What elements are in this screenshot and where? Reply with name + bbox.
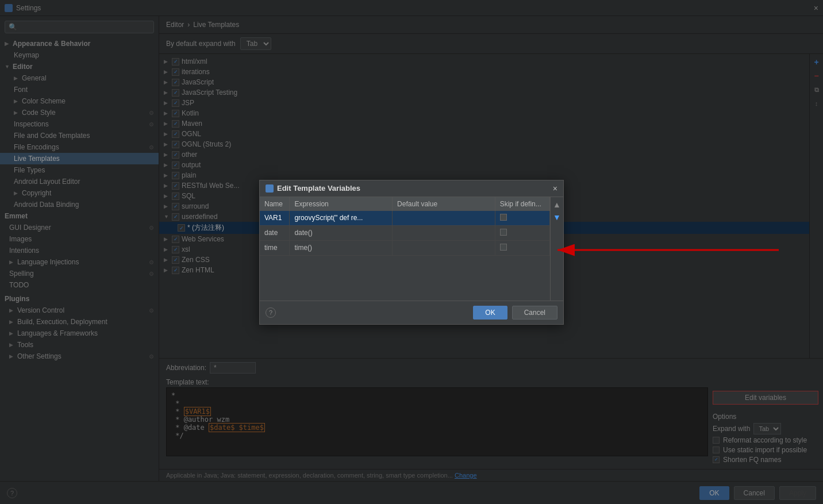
cell-default-value	[393, 225, 495, 240]
col-expression: Expression	[290, 197, 393, 211]
move-up-button[interactable]: ▲	[552, 199, 562, 210]
modal-ok-button[interactable]: OK	[473, 306, 507, 320]
modal-title-text: Edit Template Variables	[277, 184, 360, 193]
table-row[interactable]: date date()	[260, 225, 550, 240]
col-skip-if-defin: Skip if defin...	[495, 197, 549, 211]
skip-checkbox-time[interactable]	[500, 244, 507, 251]
cell-name: date	[260, 225, 290, 240]
cell-skip[interactable]	[495, 240, 549, 255]
modal-title-left: Edit Template Variables	[266, 184, 360, 193]
skip-checkbox-var1[interactable]	[500, 214, 507, 221]
modal-overlay: Edit Template Variables × Name Expressio…	[0, 0, 823, 504]
modal-close-button[interactable]: ×	[553, 184, 557, 193]
cell-name: time	[260, 240, 290, 255]
cell-default-value[interactable]	[393, 211, 495, 226]
modal-table-wrapper: Name Expression Default value Skip if de…	[260, 197, 563, 301]
modal-cancel-button[interactable]: Cancel	[512, 306, 557, 320]
table-row[interactable]: VAR1	[260, 211, 550, 226]
cell-expression: time()	[290, 240, 393, 255]
variables-table: Name Expression Default value Skip if de…	[260, 197, 550, 256]
cell-expression[interactable]	[290, 211, 393, 226]
skip-checkbox-date[interactable]	[500, 229, 507, 236]
modal-footer-actions: OK Cancel	[473, 306, 557, 320]
move-down-button[interactable]: ▼	[552, 212, 562, 222]
modal-table-scroll: Name Expression Default value Skip if de…	[260, 197, 550, 301]
edit-template-variables-modal: Edit Template Variables × Name Expressio…	[259, 180, 564, 325]
modal-row-actions: ▲ ▼	[550, 197, 563, 301]
cell-default-value	[393, 240, 495, 255]
cell-skip[interactable]	[495, 211, 549, 226]
modal-footer: ? OK Cancel	[260, 301, 563, 324]
cell-skip[interactable]	[495, 225, 549, 240]
cell-name: VAR1	[260, 211, 290, 226]
table-row[interactable]: time time()	[260, 240, 550, 255]
modal-title-icon	[266, 184, 274, 193]
modal-body: Name Expression Default value Skip if de…	[260, 197, 563, 301]
cell-expression: date()	[290, 225, 393, 240]
col-name: Name	[260, 197, 290, 211]
col-default-value: Default value	[393, 197, 495, 211]
modal-title-bar: Edit Template Variables ×	[260, 180, 563, 197]
modal-table-container: Name Expression Default value Skip if de…	[260, 197, 550, 301]
modal-help-button[interactable]: ?	[266, 307, 276, 318]
